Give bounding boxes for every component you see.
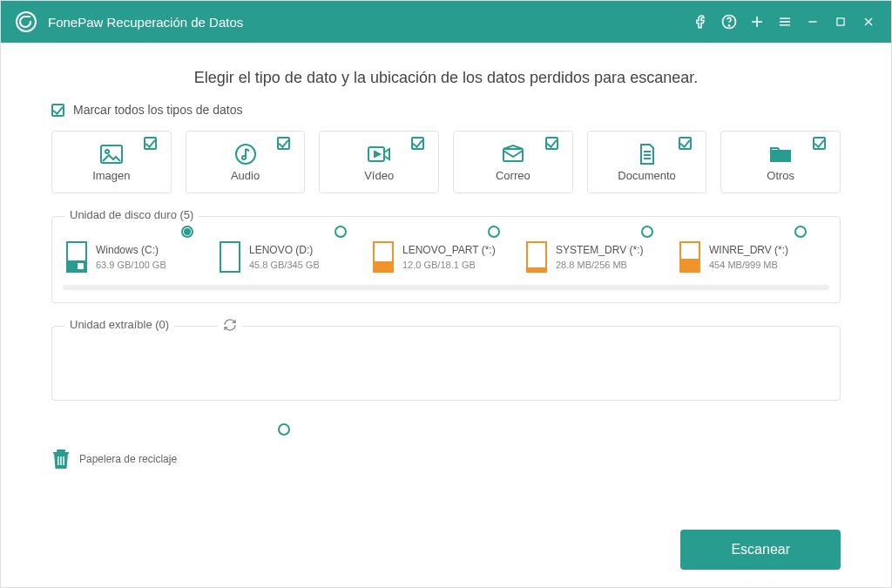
svg-rect-14: [60, 456, 62, 465]
removable-section-title: Unidad extraíble (0): [64, 318, 174, 331]
checkbox-icon: [411, 137, 424, 150]
svg-rect-12: [53, 452, 69, 454]
checkbox-icon: [51, 104, 64, 117]
drive-icon: [679, 241, 700, 273]
drive-item[interactable]: Windows (C:)63.9 GB/100 GB: [63, 241, 216, 273]
plus-icon[interactable]: [743, 8, 771, 36]
app-title: FonePaw Recuperación de Datos: [48, 15, 243, 30]
drive-name: WINRE_DRV (*:): [709, 244, 788, 256]
svg-rect-11: [57, 449, 65, 452]
app-logo: [13, 9, 39, 35]
scan-button[interactable]: Escanear: [680, 530, 841, 570]
hdd-section-title: Unidad de disco duro (5): [64, 208, 199, 221]
svg-rect-3: [837, 18, 844, 25]
maximize-button[interactable]: [827, 8, 855, 36]
titlebar: FonePaw Recuperación de Datos: [1, 1, 891, 43]
drive-item[interactable]: SYSTEM_DRV (*:)28.8 MB/256 MB: [523, 241, 676, 273]
radio-icon: [278, 423, 290, 436]
type-image[interactable]: Imagen: [51, 131, 172, 193]
page-title: Elegir el tipo de dato y la ubicación de…: [51, 69, 841, 87]
drive-icon: [526, 241, 547, 273]
drive-icon: [66, 241, 87, 273]
drive-icon: [220, 241, 240, 273]
drive-name: LENOVO (D:): [249, 244, 320, 256]
svg-point-5: [105, 150, 109, 153]
type-document[interactable]: Documento: [587, 131, 707, 193]
checkbox-icon: [277, 137, 290, 150]
drive-item[interactable]: WINRE_DRV (*:)454 MB/999 MB: [676, 241, 829, 273]
image-icon: [99, 143, 124, 166]
svg-rect-15: [63, 456, 64, 465]
help-icon[interactable]: [715, 8, 743, 36]
menu-icon[interactable]: [771, 8, 799, 36]
type-label: Correo: [496, 169, 530, 182]
removable-section: Unidad extraíble (0): [51, 326, 841, 401]
audio-icon: [233, 143, 258, 166]
svg-point-7: [242, 156, 246, 159]
drive-item[interactable]: LENOVO (D:)45.8 GB/345 GB: [216, 241, 369, 273]
type-mail[interactable]: Correo: [453, 131, 573, 193]
drive-size: 12.0 GB/18.1 GB: [402, 260, 496, 270]
type-others[interactable]: Otros: [720, 131, 841, 193]
drive-size: 28.8 MB/256 MB: [556, 260, 643, 270]
trash-label: Papelera de reciclaje: [79, 453, 177, 465]
video-icon: [367, 143, 391, 166]
refresh-button[interactable]: [218, 318, 242, 335]
type-label: Otros: [767, 169, 794, 182]
mail-icon: [501, 143, 525, 166]
checkbox-icon: [679, 137, 692, 150]
radio-icon: [641, 226, 653, 238]
drives-scrollbar[interactable]: [63, 285, 829, 290]
type-label: Audio: [231, 169, 260, 182]
close-button[interactable]: [855, 8, 882, 36]
type-video[interactable]: Vídeo: [319, 131, 439, 193]
hdd-section: Unidad de disco duro (5) Windows (C:)63.…: [51, 216, 841, 303]
drive-item[interactable]: LENOVO_PART (*:)12.0 GB/18.1 GB: [369, 241, 523, 273]
radio-icon: [488, 226, 500, 238]
svg-rect-9: [503, 149, 523, 161]
type-label: Vídeo: [364, 169, 394, 182]
select-all-label: Marcar todos los tipos de datos: [73, 103, 243, 117]
drive-name: SYSTEM_DRV (*:): [556, 244, 643, 256]
type-label: Imagen: [92, 169, 130, 182]
svg-rect-10: [771, 151, 790, 161]
checkbox-icon: [545, 137, 558, 150]
radio-icon: [334, 226, 347, 238]
svg-rect-13: [57, 456, 59, 465]
drive-size: 63.9 GB/100 GB: [96, 260, 166, 270]
radio-icon: [794, 226, 807, 238]
checkbox-icon: [813, 137, 826, 150]
type-audio[interactable]: Audio: [186, 131, 306, 193]
drive-name: LENOVO_PART (*:): [402, 244, 496, 256]
document-icon: [635, 143, 659, 166]
facebook-icon[interactable]: [687, 8, 715, 36]
drive-size: 45.8 GB/345 GB: [249, 260, 320, 270]
drive-size: 454 MB/999 MB: [709, 260, 788, 270]
select-all-checkbox[interactable]: Marcar todos los tipos de datos: [51, 103, 841, 117]
trash-icon: [51, 448, 71, 470]
svg-point-2: [728, 25, 729, 26]
type-label: Documento: [618, 169, 675, 182]
radio-icon: [181, 226, 193, 238]
drive-name: Windows (C:): [96, 244, 166, 256]
drive-icon: [373, 241, 394, 273]
folder-icon: [768, 143, 793, 166]
minimize-button[interactable]: [799, 8, 827, 36]
file-type-row: Imagen Audio Vídeo Correo Documento: [51, 131, 841, 193]
checkbox-icon: [144, 137, 157, 150]
